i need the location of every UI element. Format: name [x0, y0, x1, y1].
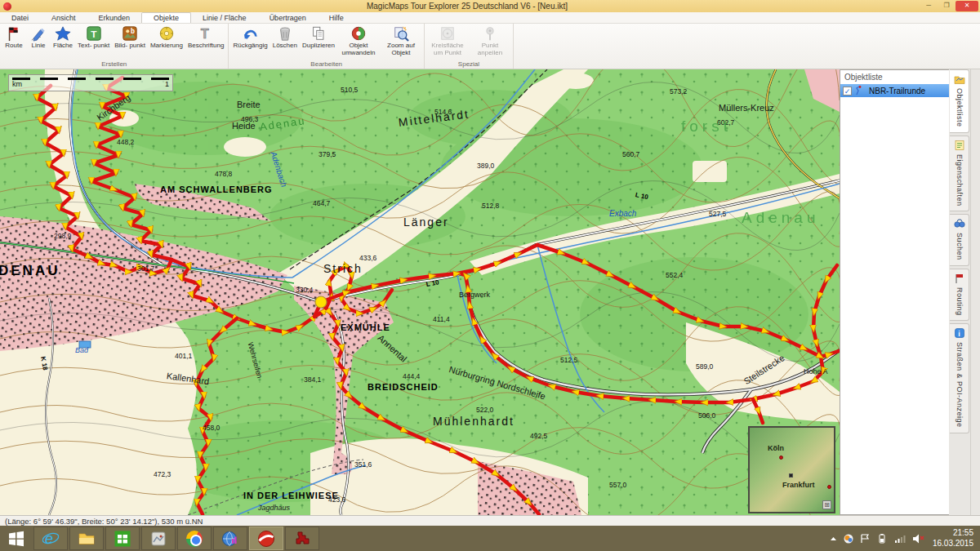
bildpunkt-button[interactable]: b Bild- punkt: [112, 24, 148, 51]
globe-app-icon: [221, 530, 239, 548]
side-tab-strip: Objektliste Eigenschaften Suchen Routing…: [949, 69, 970, 515]
start-button[interactable]: [0, 526, 33, 551]
duplizieren-button[interactable]: Duplizieren: [300, 24, 337, 51]
ribbon-group-erstellen: Route Linie Fläche T Text- punkt b Bild-…: [0, 24, 229, 69]
route-object-icon: [855, 86, 864, 96]
tab-strassen-poi[interactable]: i Straßen & POI-Anzeige: [950, 323, 969, 433]
windows-store-button[interactable]: [105, 527, 140, 550]
svg-text:b: b: [131, 28, 135, 35]
system-tray: 21:55 16.03.2015: [826, 528, 980, 549]
frankfurt-dot: [827, 485, 831, 489]
ribbon-toolbar: Route Linie Fläche T Text- punkt b Bild-…: [0, 24, 980, 69]
group-label-erstellen: Erstellen: [2, 60, 226, 69]
clock[interactable]: 21:55 16.03.2015: [933, 528, 973, 549]
text-point-icon: T: [86, 25, 102, 42]
coordinates-readout: (Länge: 6° 59' 46.39", Breite: 50° 23' 1…: [5, 517, 203, 526]
object-label: NBR-Trailrunde: [869, 87, 925, 96]
route-start-marker[interactable]: [315, 296, 327, 308]
area-star-icon: [55, 25, 71, 42]
current-position-marker: [789, 473, 793, 478]
group-label-spezial: Spezial: [426, 60, 511, 69]
properties-icon: [954, 140, 965, 151]
tour-explorer-button[interactable]: [249, 527, 283, 550]
volume-muted-icon[interactable]: [912, 534, 924, 544]
tab-eigenschaften[interactable]: Eigenschaften: [950, 136, 969, 212]
group-label-bearbeiten: Bearbeiten: [230, 60, 422, 69]
objekt-umwandeln-button[interactable]: Objekt umwandeln: [337, 24, 380, 58]
image-point-icon: b: [122, 25, 138, 42]
loeschen-button[interactable]: Löschen: [270, 24, 300, 51]
punkt-anpeilen-button: Punkt anpeilen: [469, 24, 511, 58]
windows-store-icon: [114, 530, 131, 548]
tab-suchen[interactable]: Suchen: [950, 214, 969, 266]
chrome-button[interactable]: [177, 527, 212, 550]
circle-area-icon: [439, 25, 456, 42]
tab-routing[interactable]: Routing: [950, 269, 969, 322]
menu-uebertragen[interactable]: Übertragen: [258, 13, 318, 23]
menu-ansicht[interactable]: Ansicht: [40, 13, 87, 23]
action-center-flag-icon[interactable]: [860, 534, 870, 544]
status-bar: (Länge: 6° 59' 46.39", Breite: 50° 23' 1…: [0, 515, 980, 526]
menu-bar: Datei Ansicht Erkunden Objekte Linie / F…: [0, 12, 980, 24]
caption-icon: T: [198, 25, 214, 42]
application-window: MagicMaps Tour Explorer 25 Deutschland V…: [0, 0, 980, 551]
markierung-button[interactable]: Markierung: [148, 24, 185, 51]
menu-linie-flaeche[interactable]: Linie / Fläche: [191, 13, 258, 23]
internet-explorer-button[interactable]: e: [33, 527, 68, 550]
object-list-item[interactable]: ✓ NBR-Trailrunde: [840, 84, 949, 97]
svg-text:T: T: [201, 26, 209, 41]
tray-date: 16.03.2015: [933, 539, 973, 549]
menu-datei[interactable]: Datei: [0, 13, 40, 23]
tour-explorer-icon: [257, 530, 275, 548]
convert-icon: [350, 25, 367, 42]
zoom-auf-objekt-button[interactable]: Zoom auf Objekt: [380, 24, 422, 58]
flaeche-button[interactable]: Fläche: [51, 24, 75, 51]
maps-app-button[interactable]: [141, 527, 176, 550]
minimize-button[interactable]: ─: [920, 1, 938, 11]
puzzle-app-button[interactable]: [285, 527, 319, 550]
scale-bar: km 1: [8, 74, 173, 91]
tab-objektliste[interactable]: Objektliste: [950, 69, 969, 133]
show-hidden-icons[interactable]: [830, 535, 837, 542]
ribbon-group-bearbeiten: Rückgängig Löschen Duplizieren Objekt um…: [229, 24, 425, 69]
network-signal-icon[interactable]: [894, 534, 906, 544]
rueckgaengig-button[interactable]: Rückgängig: [230, 24, 270, 51]
title-bar: MagicMaps Tour Explorer 25 Deutschland V…: [0, 0, 980, 12]
undo-icon: [243, 25, 259, 42]
menu-objekte[interactable]: Objekte: [141, 12, 191, 23]
color-app-tray-icon[interactable]: [844, 534, 853, 544]
panel-title: Objektliste: [840, 70, 949, 84]
textpunkt-button[interactable]: T Text- punkt: [75, 24, 112, 51]
menu-hilfe[interactable]: Hilfe: [318, 13, 355, 23]
file-explorer-button[interactable]: [69, 527, 104, 550]
object-list-panel: Objektliste ✓ NBR-Trailrunde: [840, 69, 949, 515]
close-button[interactable]: ✕: [956, 1, 978, 11]
ribbon-group-spezial: Kreisfläche um Punkt Punkt anpeilen Spez…: [425, 24, 514, 69]
globe-app-button[interactable]: [213, 527, 247, 550]
routing-flag-icon: [954, 273, 965, 284]
overview-inset-map[interactable]: Köln Frankfurt ⊞: [748, 426, 835, 513]
inset-toggle-icon[interactable]: ⊞: [822, 500, 831, 509]
marker-icon: [158, 25, 175, 42]
taskbar: e 21:55: [0, 526, 980, 551]
menu-erkunden[interactable]: Erkunden: [87, 13, 142, 23]
battery-icon[interactable]: [876, 534, 888, 544]
pen-icon: [30, 25, 47, 42]
maps-app-icon: [149, 530, 167, 548]
panel-edge: [970, 69, 980, 515]
beschriftung-button[interactable]: T Beschriftung: [185, 24, 226, 51]
poi-info-icon: i: [954, 327, 965, 339]
trash-icon: [277, 25, 293, 42]
koeln-dot: [779, 455, 783, 460]
object-checkbox[interactable]: ✓: [843, 87, 852, 96]
linie-button[interactable]: Linie: [26, 24, 51, 51]
restore-button[interactable]: ❐: [938, 1, 956, 11]
tray-time: 21:55: [933, 528, 973, 539]
binoculars-icon: [954, 218, 965, 229]
puzzle-app-icon: [293, 530, 311, 548]
chrome-icon: [186, 531, 203, 547]
zoom-object-icon: [393, 25, 409, 42]
inset-city-koeln: Köln: [768, 444, 784, 452]
route-button[interactable]: Route: [2, 24, 26, 51]
map-canvas[interactable]: 510,5514,6496,3478,8379,5389,0560,7573,2…: [0, 69, 840, 515]
